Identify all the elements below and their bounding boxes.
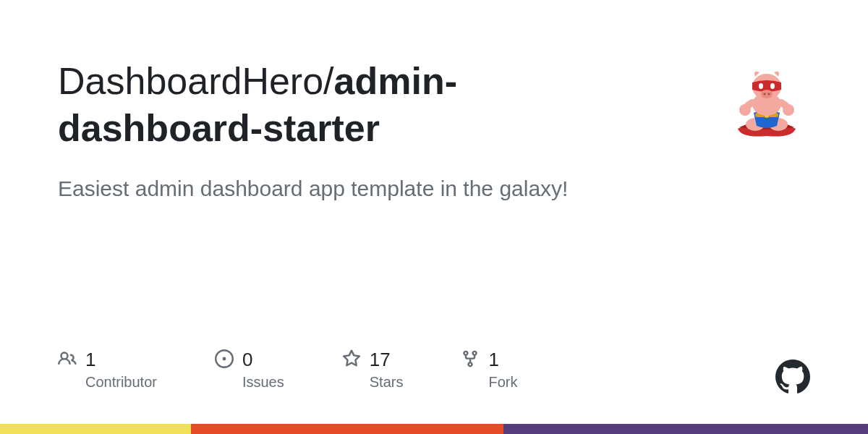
repo-owner[interactable]: DashboardHero: [58, 60, 323, 102]
stripe-segment: [191, 424, 503, 434]
star-icon: [342, 349, 361, 371]
svg-point-10: [761, 90, 773, 98]
fork-icon: [461, 349, 480, 371]
stat-count: 17: [370, 349, 391, 371]
stat-count: 1: [488, 349, 498, 371]
stripe-segment: [503, 424, 868, 434]
svg-point-9: [770, 83, 775, 89]
stat-label: Issues: [242, 374, 284, 391]
stat-count: 1: [85, 349, 95, 371]
stat-label: Stars: [370, 374, 404, 391]
stat-label: Contributor: [85, 374, 157, 391]
repo-description: Easiest admin dashboard app template in …: [58, 172, 608, 205]
stat-contributors[interactable]: 1 Contributor: [58, 349, 157, 391]
svg-point-11: [763, 93, 765, 95]
repo-stats: 1 Contributor 0 Issues 17 Stars: [58, 349, 517, 391]
repo-title: DashboardHero/admin-dashboard-starter: [58, 58, 651, 152]
language-stripe: [0, 424, 868, 434]
stat-stars[interactable]: 17 Stars: [342, 349, 404, 391]
repo-separator: /: [323, 60, 333, 102]
owner-avatar[interactable]: [723, 62, 810, 149]
people-icon: [58, 349, 77, 371]
stat-count: 0: [242, 349, 252, 371]
svg-point-8: [759, 83, 763, 89]
stat-label: Fork: [488, 374, 517, 391]
repo-card: DashboardHero/admin-dashboard-starter: [0, 0, 868, 434]
svg-point-12: [767, 93, 770, 95]
stat-issues[interactable]: 0 Issues: [215, 349, 284, 391]
github-mark-icon[interactable]: [775, 359, 810, 394]
stat-forks[interactable]: 1 Fork: [461, 349, 517, 391]
title-row: DashboardHero/admin-dashboard-starter: [58, 58, 810, 152]
issue-icon: [215, 349, 234, 371]
stripe-segment: [0, 424, 191, 434]
